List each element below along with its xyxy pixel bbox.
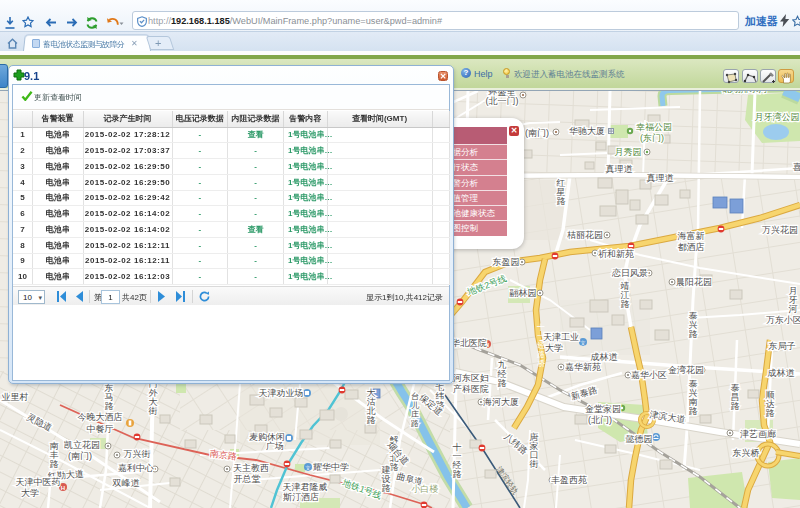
svg-text:海河大厦: 海河大厦 (483, 397, 519, 407)
svg-text:幸福公园: 幸福公园 (636, 122, 672, 132)
svg-text:耀华中学: 耀华中学 (313, 462, 349, 472)
svg-text:天津中医药: 天津中医药 (16, 477, 61, 487)
svg-text:今晚大酒店: 今晚大酒店 (78, 412, 123, 422)
svg-text:祈和新苑: 祈和新苑 (598, 249, 634, 259)
svg-text:东局子: 东局子 (768, 341, 796, 351)
svg-text:月秀园: 月秀园 (615, 147, 642, 157)
svg-text:都酒店: 都酒店 (678, 242, 705, 252)
svg-text:月牙河: 月牙河 (789, 286, 798, 314)
svg-text:红星路: 红星路 (556, 178, 566, 206)
svg-text:文: 文 (580, 340, 586, 346)
svg-text:海富新: 海富新 (678, 231, 705, 241)
svg-text:懿德园: 懿德园 (626, 434, 653, 444)
svg-text:天津工业: 天津工业 (543, 332, 579, 342)
svg-text:中餐厅: 中餐厅 (87, 424, 114, 434)
svg-text:业里村: 业里村 (2, 392, 29, 402)
svg-text:十一经路桥: 十一经路桥 (536, 323, 546, 368)
svg-text:成林道: 成林道 (768, 368, 795, 378)
svg-text:华北医院: 华北医院 (451, 338, 487, 348)
svg-text:凯立花园: 凯立花园 (64, 440, 100, 450)
svg-text:月牙湾公园: 月牙湾公园 (755, 112, 800, 122)
svg-text:天津劝业场: 天津劝业场 (259, 388, 304, 398)
svg-text:建设路: 建设路 (381, 465, 391, 493)
svg-text:H: H (61, 485, 65, 491)
svg-text:翮林园: 翮林园 (510, 288, 537, 298)
svg-text:文: 文 (305, 465, 311, 471)
svg-text:丰盈西苑: 丰盈西苑 (551, 475, 587, 485)
svg-text:晨阳花园: 晨阳花园 (676, 277, 712, 287)
svg-text:小白楼: 小白楼 (411, 484, 439, 494)
svg-text:金堂家园: 金堂家园 (585, 404, 621, 414)
svg-text:万兴花园: 万兴花园 (762, 225, 798, 235)
svg-text:东马路: 东马路 (104, 383, 114, 411)
svg-text:产科医院: 产科医院 (453, 384, 489, 394)
svg-text:大学: 大学 (545, 343, 563, 353)
svg-text:北塌排水河: 北塌排水河 (723, 91, 768, 94)
svg-text:金湾花园: 金湾花园 (668, 365, 704, 375)
svg-text:嘉利中心: 嘉利中心 (118, 463, 154, 473)
svg-text:华驰大厦: 华驰大厦 (569, 126, 605, 136)
svg-text:(东门): (东门) (640, 133, 664, 143)
svg-text:天主教西: 天主教西 (233, 463, 269, 473)
svg-text:恋日风景: 恋日风景 (611, 268, 648, 278)
svg-text:顺达路: 顺达路 (766, 390, 775, 418)
svg-text:台儿庄路: 台儿庄路 (411, 392, 420, 428)
svg-text:双峰道: 双峰道 (112, 478, 140, 488)
svg-text:河东区妇: 河东区妇 (453, 373, 489, 383)
svg-text:天津君隆威: 天津君隆威 (283, 482, 328, 492)
svg-text:开总堂: 开总堂 (234, 474, 261, 484)
svg-text:(南门): (南门) (525, 128, 549, 138)
svg-text:广场: 广场 (266, 441, 284, 451)
svg-text:万东小区: 万东小区 (766, 315, 800, 325)
svg-text:(南门): (南门) (68, 451, 92, 461)
svg-text:东兴桥: 东兴桥 (732, 448, 760, 458)
svg-text:大沽北路: 大沽北路 (367, 388, 376, 425)
svg-text:真理道: 真理道 (606, 164, 633, 174)
svg-text:十一经路: 十一经路 (453, 442, 462, 479)
svg-text:喜: 喜 (793, 162, 800, 172)
svg-text:万兴街: 万兴街 (124, 449, 151, 459)
svg-text:九经路: 九经路 (498, 360, 507, 388)
svg-text:泰兴路: 泰兴路 (689, 311, 698, 339)
svg-text:靖江路: 靖江路 (620, 281, 630, 309)
svg-text:(北一门): (北一门) (486, 96, 519, 106)
svg-text:大学: 大学 (21, 488, 39, 498)
svg-text:泰兴南路: 泰兴南路 (689, 379, 698, 416)
svg-text:(北门): (北门) (588, 415, 612, 425)
svg-text:成林道: 成林道 (591, 352, 618, 362)
svg-text:门外大街: 门外大街 (149, 379, 159, 416)
svg-text:泰昌路: 泰昌路 (731, 383, 740, 411)
svg-text:真理道: 真理道 (647, 173, 674, 183)
svg-text:桔丽花园: 桔丽花园 (567, 230, 603, 240)
svg-text:南丰路: 南丰路 (50, 441, 59, 469)
svg-text:斯汀酒店: 斯汀酒店 (283, 492, 319, 502)
svg-text:嘉华小区: 嘉华小区 (631, 370, 667, 380)
svg-text:津艺画廊: 津艺画廊 (740, 429, 776, 439)
svg-text:嘉华新苑: 嘉华新苑 (565, 362, 601, 372)
svg-text:唐家口街: 唐家口街 (530, 432, 539, 469)
svg-text:东盈园: 东盈园 (492, 257, 520, 267)
